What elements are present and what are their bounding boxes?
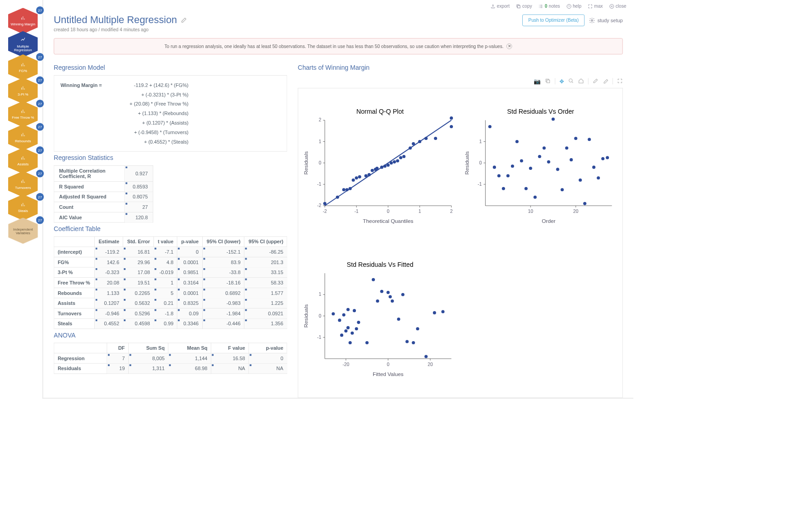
- help-button[interactable]: help: [566, 4, 581, 9]
- notes-button[interactable]: 0notes: [539, 4, 560, 9]
- svg-point-99: [597, 176, 600, 179]
- table-row: Regression78,0051,14416.580: [54, 353, 287, 364]
- sidebar-hex-6[interactable]: Assists: [8, 148, 38, 174]
- sidebar-hex-4[interactable]: Free Throw %: [8, 101, 38, 127]
- svg-point-98: [592, 166, 595, 169]
- svg-rect-4: [547, 80, 549, 83]
- export-button[interactable]: export: [491, 4, 510, 9]
- svg-text:Normal Q-Q Plot: Normal Q-Q Plot: [356, 108, 404, 115]
- svg-point-139: [401, 293, 404, 296]
- close-button[interactable]: close: [609, 4, 627, 9]
- svg-text:Theoretical Quantiles: Theoretical Quantiles: [363, 218, 413, 224]
- sidebar-hex-8[interactable]: Steals: [8, 194, 38, 221]
- svg-text:-20: -20: [343, 362, 350, 366]
- svg-text:Residuals: Residuals: [303, 304, 309, 328]
- pan-icon[interactable]: ✥: [559, 78, 564, 85]
- svg-point-85: [533, 196, 536, 199]
- hex-label: Turnovers: [14, 186, 32, 190]
- svg-point-80: [511, 164, 514, 168]
- sidebar-hex-7[interactable]: Turnovers: [8, 171, 38, 198]
- svg-point-58: [450, 125, 453, 128]
- svg-text:0: 0: [387, 209, 389, 214]
- table-row: Residuals191,31168.98NANA: [54, 363, 287, 374]
- svg-point-141: [412, 341, 415, 344]
- push-to-optimizer-button[interactable]: Push to Optimizer (Beta): [522, 14, 585, 26]
- sidebar-hex-3[interactable]: 3-Pt %: [8, 78, 38, 104]
- zoom-icon[interactable]: [568, 78, 574, 85]
- study-setup-button[interactable]: study setup: [589, 17, 623, 24]
- hex-badge: 27: [36, 169, 44, 177]
- svg-point-59: [450, 116, 453, 120]
- svg-point-132: [372, 278, 375, 281]
- table-row: Steals0.45520.45980.990.3346-0.4461.356: [54, 318, 287, 329]
- fullscreen-icon[interactable]: [617, 78, 622, 85]
- svg-point-100: [601, 157, 604, 160]
- bar-chart-icon: [20, 15, 25, 22]
- edit-chart-icon[interactable]: [593, 78, 598, 85]
- sidebar: 27Winning MarginMultiple Regression27FG%…: [0, 0, 46, 399]
- svg-point-42: [371, 169, 374, 172]
- svg-text:Std Residuals Vs Order: Std Residuals Vs Order: [507, 108, 574, 115]
- residuals-vs-fitted-plot[interactable]: Std Residuals Vs Fitted-20020-101Fitted …: [301, 245, 458, 394]
- camera-icon[interactable]: 📷: [534, 78, 541, 85]
- edit-icon[interactable]: [180, 17, 187, 23]
- svg-point-77: [497, 174, 501, 177]
- svg-point-135: [386, 291, 389, 294]
- svg-point-144: [433, 311, 436, 314]
- svg-point-44: [375, 167, 379, 170]
- copy-button[interactable]: copy: [516, 4, 532, 9]
- svg-text:10: 10: [528, 209, 533, 214]
- svg-point-3: [591, 19, 593, 21]
- help-icon: [566, 4, 571, 9]
- svg-text:20: 20: [573, 209, 579, 214]
- svg-point-76: [493, 166, 496, 169]
- svg-point-123: [344, 329, 347, 333]
- close-icon: [609, 4, 614, 9]
- bar-chart-icon: [20, 86, 25, 92]
- page-title: Untitled Multiple Regression: [54, 14, 187, 26]
- svg-text:Residuals: Residuals: [303, 151, 309, 175]
- sidebar-hex-9[interactable]: Independent Variables: [8, 217, 38, 244]
- subtitle: created 18 hours ago / modified 4 minute…: [54, 27, 187, 33]
- sidebar-hex-1[interactable]: Multiple Regression: [8, 31, 38, 58]
- section-title-coef: Coefficient Table: [54, 226, 287, 233]
- svg-text:-1: -1: [355, 209, 359, 214]
- svg-point-81: [515, 140, 518, 143]
- svg-point-95: [579, 178, 582, 182]
- table-row: Adjusted R Squared0.8075: [54, 192, 153, 202]
- empty-chart-slot: [462, 245, 619, 394]
- hex-label: FG%: [18, 69, 29, 73]
- hex-label: Independent Variables: [8, 227, 38, 235]
- svg-point-83: [524, 187, 527, 190]
- header: Untitled Multiple Regression created 18 …: [43, 12, 626, 38]
- svg-text:Order: Order: [542, 218, 555, 224]
- copy-chart-icon[interactable]: [545, 78, 550, 85]
- svg-point-40: [365, 174, 368, 177]
- svg-point-140: [405, 340, 408, 343]
- svg-point-138: [397, 318, 400, 321]
- svg-point-35: [345, 188, 349, 191]
- chart-toolbar: 📷 ✥: [298, 75, 623, 88]
- residuals-vs-order-plot[interactable]: Std Residuals Vs Order1020-101OrderResid…: [462, 92, 619, 241]
- section-title-charts: Charts of Winning Margin: [298, 64, 623, 72]
- svg-point-131: [365, 341, 369, 344]
- max-button[interactable]: max: [588, 4, 603, 9]
- home-icon[interactable]: [578, 78, 583, 85]
- svg-point-78: [502, 187, 505, 190]
- maximize-icon: [588, 4, 593, 9]
- sidebar-hex-0[interactable]: Winning Margin: [8, 8, 38, 34]
- warning-banner: To run a regression analysis, one ideall…: [54, 38, 623, 54]
- table-row: 3-Pt %-0.32317.08-0.0190.9851-33.833.15: [54, 267, 287, 278]
- sidebar-hex-2[interactable]: FG%: [8, 54, 38, 81]
- sidebar-hex-5[interactable]: Rebounds: [8, 125, 38, 151]
- svg-point-38: [355, 176, 358, 179]
- bar-chart-icon: [20, 179, 25, 185]
- dismiss-warning-button[interactable]: ✕: [506, 43, 512, 49]
- svg-point-128: [353, 309, 356, 312]
- svg-text:20: 20: [428, 362, 433, 366]
- svg-point-145: [441, 310, 444, 313]
- svg-point-126: [349, 341, 352, 344]
- erase-icon[interactable]: [603, 78, 608, 85]
- svg-text:-1: -1: [477, 182, 481, 187]
- qq-plot[interactable]: Normal Q-Q Plot-2-1012-2-1012Theoretical…: [301, 92, 458, 241]
